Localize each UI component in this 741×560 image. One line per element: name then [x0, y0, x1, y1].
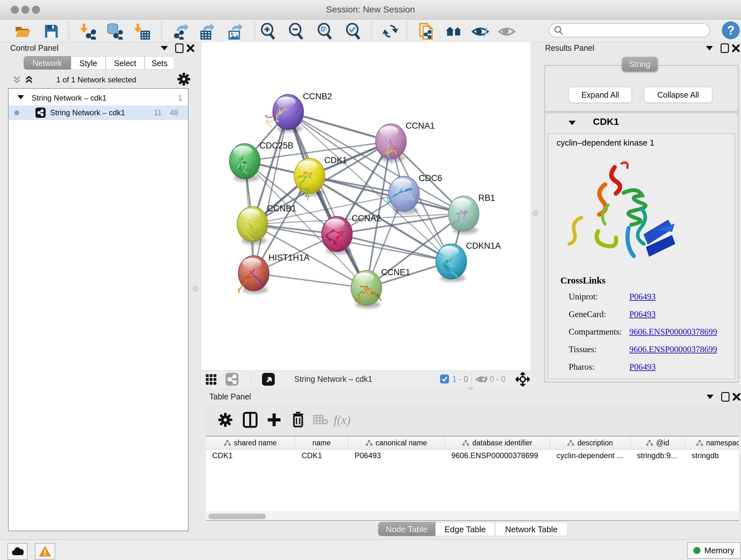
expand-all-button[interactable]: Expand All — [569, 87, 632, 103]
scrollbar-thumb[interactable] — [208, 514, 266, 519]
crosslink-row: Tissues: 9606.ENSP00000378699 — [569, 345, 728, 354]
column-header-shared-name[interactable]: shared name — [206, 436, 295, 449]
table-cell: 9606.ENSP00000378699 — [445, 449, 550, 462]
control-panel: Control Panel NetworkStyleSelectSets 1 o… — [4, 42, 189, 536]
zoom-fit-icon[interactable] — [316, 22, 334, 41]
toolbar-separator — [69, 21, 69, 41]
selected-checkbox-icon[interactable] — [440, 374, 449, 383]
cloud-button[interactable] — [7, 543, 28, 560]
save-session-icon[interactable] — [42, 22, 61, 41]
panel-menu-icon[interactable] — [706, 395, 714, 399]
network-edge[interactable] — [254, 112, 288, 273]
table-row[interactable]: CDK1CDK1P064939606.ENSP00000378699cyclin… — [206, 449, 739, 462]
zoom-selected-icon[interactable] — [344, 22, 362, 41]
column-header-database-identifier[interactable]: database identifier — [445, 436, 550, 449]
memory-button[interactable]: Memory — [687, 542, 741, 559]
right-splitter-handle[interactable] — [533, 210, 538, 216]
network-node-ccne1[interactable]: CCNE1 — [351, 267, 410, 308]
help-button[interactable]: ? — [722, 21, 740, 39]
panel-close-icon[interactable] — [732, 44, 740, 52]
delete-table-icon[interactable] — [312, 411, 330, 429]
show-panel-eye-icon[interactable] — [497, 22, 516, 41]
collection-expand-icon[interactable] — [17, 95, 24, 99]
network-edge[interactable] — [254, 273, 366, 288]
network-node-hist1h1a[interactable]: HIST1H1A — [239, 253, 310, 294]
open-file-icon[interactable] — [13, 22, 32, 41]
panel-menu-icon[interactable] — [706, 46, 713, 51]
node-label: CDC6 — [419, 173, 442, 183]
delete-column-icon[interactable] — [289, 411, 307, 429]
panel-float-icon[interactable] — [721, 44, 729, 53]
houses-icon[interactable] — [445, 22, 463, 41]
table-options-gear-icon[interactable] — [216, 411, 234, 429]
import-database-icon[interactable] — [105, 22, 124, 41]
tab-network-table[interactable]: Network Table — [495, 522, 568, 536]
tab-select[interactable]: Select — [106, 56, 145, 70]
zoom-in-icon[interactable] — [259, 22, 277, 41]
network-node-cdc6[interactable]: CDC6 — [387, 173, 442, 214]
network-collection-row[interactable]: String Network – cdk1 1 — [9, 91, 188, 105]
panel-float-icon[interactable] — [175, 44, 184, 53]
protein-collapse-icon[interactable] — [569, 121, 576, 125]
warnings-button[interactable] — [35, 543, 55, 560]
crosslink-value-link[interactable]: P06493 — [629, 362, 656, 372]
grid-view-icon[interactable] — [204, 372, 218, 386]
export-table-icon[interactable] — [198, 22, 216, 41]
table-horizontal-scrollbar[interactable] — [206, 511, 739, 521]
function-builder-icon[interactable]: f(x) — [333, 411, 351, 429]
network-row-selected[interactable]: String Network – cdk1 11 48 — [9, 105, 188, 120]
string-network-icon — [36, 108, 46, 118]
collapse-all-button[interactable]: Collapse All — [644, 87, 712, 103]
import-table-icon[interactable] — [132, 22, 151, 41]
clone-network-icon[interactable] — [416, 22, 435, 41]
string-app-icon[interactable] — [225, 372, 239, 386]
pan-crosshair-icon[interactable] — [516, 372, 530, 386]
tab-node-table[interactable]: Node Table — [378, 522, 435, 536]
tab-style[interactable]: Style — [71, 56, 106, 70]
import-network-icon[interactable] — [78, 22, 97, 41]
panel-menu-icon[interactable] — [161, 46, 168, 51]
export-network-icon[interactable] — [171, 22, 190, 41]
node-label: HIST1H1A — [268, 253, 310, 262]
network-node-rb1[interactable]: RB1 — [448, 193, 495, 234]
protein-structure-image — [561, 154, 685, 272]
network-node-cdkn1a[interactable]: CDKN1A — [436, 241, 501, 282]
open-in-window-icon[interactable] — [261, 372, 275, 386]
panel-float-icon[interactable] — [721, 392, 730, 401]
crosslink-value-link[interactable]: 9606.ENSP00000378699 — [629, 327, 717, 337]
crosslink-value-link[interactable]: P06493 — [629, 292, 656, 302]
node-label: CDKN1A — [466, 241, 501, 251]
crosslink-label: Pharos: — [569, 362, 629, 372]
network-node-cdc25b[interactable]: CDC25B — [229, 141, 293, 182]
export-image-icon[interactable] — [226, 22, 244, 41]
table-cell: stringdb — [685, 449, 739, 462]
column-header--id[interactable]: @id — [630, 436, 685, 449]
network-edge[interactable] — [337, 234, 451, 261]
network-node-ccna1[interactable]: CCNA1 — [376, 121, 435, 164]
table-header-row[interactable]: shared namenamecanonical namedatabase id… — [206, 436, 739, 449]
search-input[interactable] — [563, 25, 702, 35]
refresh-icon[interactable] — [381, 22, 400, 41]
network-view-canvas[interactable]: CCNB2CCNA1CDC25BCDK1CDC6RB1CCNB1CCNA2CDK… — [201, 42, 530, 370]
add-column-icon[interactable] — [265, 411, 283, 429]
column-header-description[interactable]: description — [550, 436, 630, 449]
column-header-canonical-name[interactable]: canonical name — [348, 436, 445, 449]
search-field[interactable] — [549, 23, 710, 37]
hide-panel-eye-icon[interactable] — [471, 22, 489, 41]
column-header-name[interactable]: name — [295, 436, 348, 449]
crosslink-value-link[interactable]: P06493 — [629, 309, 656, 319]
panel-close-icon[interactable] — [186, 44, 195, 52]
panel-close-icon[interactable] — [732, 393, 741, 401]
network-node-ccna2[interactable]: CCNA2 — [322, 213, 381, 254]
network-options-gear-icon[interactable] — [178, 73, 190, 85]
left-splitter-handle[interactable] — [193, 286, 198, 292]
tab-network[interactable]: Network — [23, 56, 71, 70]
tab-edge-table[interactable]: Edge Table — [435, 522, 495, 536]
zoom-out-icon[interactable] — [287, 22, 306, 41]
tab-string[interactable]: String — [622, 57, 658, 71]
hidden-eye-icon[interactable] — [475, 372, 488, 386]
column-header-namespace[interactable]: namespace — [685, 436, 739, 449]
tab-sets[interactable]: Sets — [145, 56, 175, 70]
crosslink-value-link[interactable]: 9606.ENSP00000378699 — [629, 345, 717, 354]
split-columns-icon[interactable] — [241, 411, 259, 429]
